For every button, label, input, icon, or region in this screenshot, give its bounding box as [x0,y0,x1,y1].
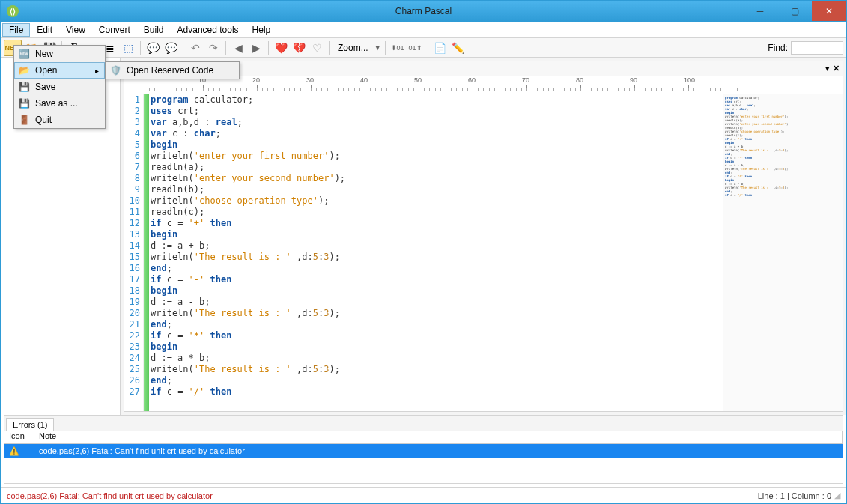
save-icon: 💾 [17,81,31,93]
file-menu-save[interactable]: 💾Save [14,79,105,95]
menu-build[interactable]: Build [137,23,171,37]
code-line: program calculator; [151,94,723,106]
code-line: var c : char; [151,128,723,139]
file-menu-open[interactable]: 📂Open▸ [14,62,105,79]
chat-button[interactable]: 💬 [145,40,161,56]
menu-help[interactable]: Help [246,23,278,37]
line-number: 1 [124,94,140,106]
code-line: if c = '+' then [151,218,723,229]
undo-button[interactable]: ↶ [187,40,204,56]
brush-button[interactable]: ✏️ [450,40,467,56]
heart-add-button[interactable]: ❤️ [273,40,289,56]
window-title: Charm Pascal [395,6,452,16]
find-input[interactable] [791,41,843,55]
file-menu: 🆕New📂Open▸💾Save💾Save as ...🚪Quit [13,45,106,129]
submenu-open-reserved-code[interactable]: 🛡️Open Reserved Code [106,62,239,79]
reserved-icon: 🛡️ [109,64,122,76]
code-line: writeln('The result is : ' ,d:5:3); [151,364,723,375]
titlebar: ⟨⟩ Charm Pascal ─ ▢ ✕ [1,1,846,22]
code-line: if c = '*' then [151,330,723,341]
next-button[interactable]: ▶ [248,40,264,56]
chat2-button[interactable]: 💬 [163,40,179,56]
select-button[interactable]: ⬚ [120,40,136,56]
new-icon: 🆕 [17,48,31,60]
binary-up-button[interactable]: 01⬆ [407,40,424,56]
menu-convert[interactable]: Convert [92,23,137,37]
separator [183,41,183,55]
menu-edit[interactable]: Edit [30,23,59,37]
find-label: Find: [768,43,788,53]
code-line: if c = '/' then [151,386,723,398]
line-number: 11 [124,207,140,218]
line-number: 21 [124,319,140,330]
separator [428,41,428,55]
minimap[interactable]: program calculator;uses crt;var a,b,d : … [723,94,843,411]
editor-area: ▾ ✕ 102030405060708090100 12345678910111… [124,61,843,412]
line-number: 4 [124,128,140,139]
errors-header-icon: Icon [4,431,34,443]
menu-advanced-tools[interactable]: Advanced tools [171,23,246,37]
separator [385,41,386,55]
code-line: end; [151,263,723,274]
quit-icon: 🚪 [17,114,31,126]
file-menu-quit[interactable]: 🚪Quit [14,112,105,128]
status-resize-grip[interactable]: ◢ [834,491,840,500]
line-number: 25 [124,364,140,375]
code-line: writeln('enter your first number'); [151,151,723,162]
line-number: 24 [124,353,140,364]
code-line: writeln('The result is : ' ,d:5:3); [151,252,723,263]
code-pane: 1234567891011121314151617181920212223242… [124,94,843,411]
errors-tab[interactable]: Errors (1) [6,418,54,431]
separator [329,41,330,55]
line-number: 9 [124,184,140,195]
code-line: d := a - b; [151,297,723,308]
line-number: 27 [124,386,140,398]
file-open-submenu: 🛡️Open Reserved Code [105,61,240,79]
separator [268,41,269,55]
menu-file[interactable]: File [2,23,30,37]
tab-close-icon[interactable]: ✕ [833,64,840,73]
app-icon: ⟨⟩ [7,5,19,17]
code-line: begin [151,285,723,297]
line-number: 7 [124,162,140,173]
code-line: writeln('choose operation type'); [151,195,723,207]
statusbar: code.pas(2,6) Fatal: Can't find unit crt… [1,487,846,503]
tab-dropdown-icon[interactable]: ▾ [825,64,830,73]
heart-list-button[interactable]: ♡ [309,40,325,56]
line-number: 16 [124,263,140,274]
code-line: d := a + b; [151,240,723,252]
zoom-dropdown[interactable]: Zoom... [333,43,373,53]
code-line: readln(a); [151,162,723,173]
file-menu-new[interactable]: 🆕New [14,46,105,62]
heart-remove-button[interactable]: 💔 [291,40,307,56]
close-button[interactable]: ✕ [812,1,846,21]
code-line: readln(c); [151,207,723,218]
doc-button[interactable]: 📄 [432,40,449,56]
code-line: if c = '-' then [151,274,723,285]
menu-view[interactable]: View [59,23,92,37]
minimize-button[interactable]: ─ [743,1,777,21]
errors-header-note: Note [34,431,843,443]
redo-button[interactable]: ↷ [205,40,222,56]
line-number: 17 [124,274,140,285]
line-number: 10 [124,195,140,207]
errors-tabbar: Errors (1) [4,416,843,431]
file-menu-save-as-[interactable]: 💾Save as ... [14,95,105,112]
prev-button[interactable]: ◀ [230,40,246,56]
errors-panel: Errors (1) Icon Note ⚠️code.pas(2,6) Fat… [4,415,843,484]
error-row[interactable]: ⚠️code.pas(2,6) Fatal: Can't find unit c… [4,444,843,458]
fold-bar[interactable] [144,94,149,411]
binary-down-button[interactable]: ⬇01 [389,40,406,56]
code-editor[interactable]: program calculator;uses crt;var a,b,d : … [149,94,723,411]
file-menu-label: Save as ... [35,98,78,109]
status-position: Line : 1 | Column : 0 [758,491,831,500]
code-line: writeln('enter your second number'); [151,173,723,184]
file-menu-label: New [35,49,53,59]
code-line: begin [151,229,723,240]
errors-header: Icon Note [4,431,843,444]
maximize-button[interactable]: ▢ [777,1,812,21]
saveas-icon: 💾 [17,97,31,109]
submenu-arrow-icon: ▸ [95,67,102,75]
code-line: end; [151,319,723,330]
file-menu-label: Save [35,82,55,92]
